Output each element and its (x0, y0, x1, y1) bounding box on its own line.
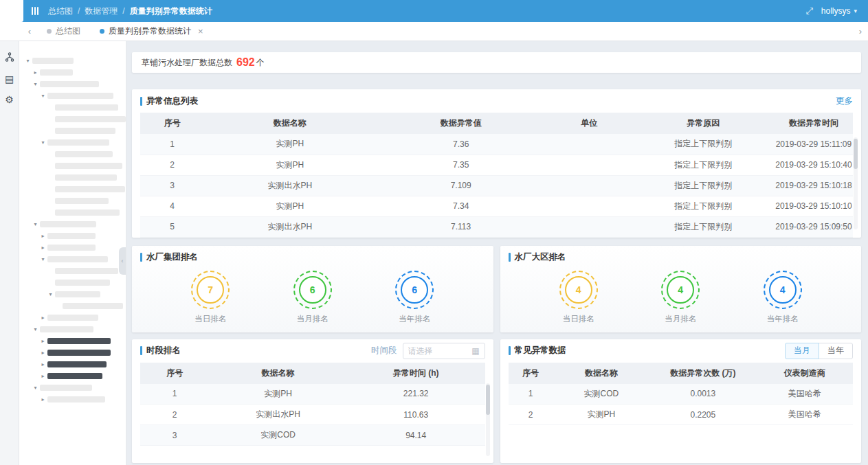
flow-tree-icon[interactable] (5, 52, 14, 63)
icon-rail: ▤ ⚙ (0, 41, 19, 465)
tree-item[interactable]: ▾ (19, 90, 126, 102)
more-link[interactable]: 更多 (836, 95, 853, 107)
rank-value: 4 (667, 276, 694, 304)
tab-scroll-right-icon[interactable]: › (853, 26, 868, 36)
tab-status-dot (100, 29, 104, 34)
tree-item[interactable]: ▸ (19, 394, 126, 405)
chevron-right-icon[interactable]: ▸ (38, 396, 47, 402)
main-content: 草铺污水处理厂数据总数 692 个 异常信息列表 更多 序号数据名称数据异常值单… (126, 41, 868, 465)
column-header: 数据异常值 (375, 113, 546, 134)
tree-item[interactable] (19, 195, 126, 207)
tree-item[interactable]: ▸ (19, 370, 126, 382)
redacted-tree-label (55, 104, 118, 111)
breadcrumb-item[interactable]: 质量判别异常数据统计 (130, 5, 212, 17)
document-list-icon[interactable]: ▤ (5, 74, 14, 84)
tree-item[interactable]: ▸ (19, 230, 126, 242)
chevron-right-icon[interactable]: ▸ (38, 245, 47, 251)
chevron-right-icon[interactable]: ▸ (38, 373, 47, 379)
redacted-tree-label (55, 163, 122, 169)
chevron-right-icon[interactable]: ▸ (38, 350, 47, 356)
chevron-down-icon[interactable]: ▾ (38, 139, 47, 146)
tree-item[interactable]: ▾ (19, 218, 126, 230)
chevron-down-icon[interactable]: ▾ (23, 58, 32, 64)
calendar-icon[interactable]: ▦ (471, 346, 479, 356)
table-cell: 2 (140, 405, 209, 425)
tree-item[interactable] (19, 125, 126, 137)
tab-scroll-left-icon[interactable]: ‹ (22, 26, 37, 36)
tree-item[interactable] (19, 300, 126, 312)
tab-item[interactable]: 总结图 (37, 22, 90, 41)
tree-item[interactable] (19, 172, 126, 183)
table-cell: 5 (140, 216, 204, 237)
date-picker[interactable]: ▦ (403, 343, 485, 359)
tree-item[interactable]: ▸ (19, 67, 126, 78)
breadcrumb-item[interactable]: 数据管理 (85, 5, 118, 17)
chevron-down-icon[interactable]: ▾ (31, 326, 40, 332)
rank-circle-outer: 4 (661, 271, 700, 309)
table-cell: 7.36 (375, 134, 546, 155)
redacted-tree-label (55, 209, 120, 216)
table-row: 1实测PH7.36指定上下限判别2019-03-29 15:11:09 (140, 134, 853, 155)
tree-item[interactable] (19, 207, 126, 218)
chevron-right-icon[interactable]: ▸ (38, 361, 47, 367)
tree-item[interactable]: ▾ (19, 78, 126, 90)
date-input[interactable] (408, 346, 472, 356)
scrollbar-thumb[interactable] (854, 139, 858, 169)
tree-item[interactable] (19, 113, 126, 125)
user-menu[interactable]: hollysys ▾ (821, 6, 857, 16)
tree-item[interactable] (19, 183, 126, 195)
tree-item[interactable]: ▸ (19, 335, 126, 347)
redacted-tree-label (47, 396, 105, 402)
tree-item[interactable]: ▸ (19, 242, 126, 253)
table-cell (546, 155, 632, 175)
tree-item[interactable]: ▸ (19, 359, 126, 370)
redacted-tree-label (63, 303, 123, 309)
year-button[interactable]: 当年 (819, 343, 853, 359)
table-cell: 指定上下限判别 (632, 196, 775, 216)
tree-item[interactable]: ▸ (19, 312, 126, 324)
tree-item[interactable]: ▸ (19, 347, 126, 359)
scrollbar-track[interactable] (486, 383, 490, 456)
menu-toggle-icon[interactable] (32, 7, 38, 15)
tree-item[interactable] (19, 265, 126, 277)
chevron-down-icon[interactable]: ▾ (38, 93, 47, 99)
tab-close-icon[interactable]: × (198, 26, 203, 36)
tree-item[interactable] (19, 148, 126, 160)
scrollbar-track[interactable] (854, 137, 858, 229)
rank-item: 7当日排名 (191, 271, 230, 324)
summary-label: 草铺污水处理厂数据总数 (142, 57, 232, 69)
topbar: 总结图/数据管理/质量判别异常数据统计 ⤢ hollysys ▾ (0, 0, 868, 22)
chevron-down-icon[interactable]: ▾ (38, 256, 47, 262)
tree-item[interactable] (19, 102, 126, 113)
settings-gear-icon[interactable]: ⚙ (5, 95, 14, 104)
chevron-down-icon[interactable]: ▾ (31, 81, 40, 87)
tree-item[interactable]: ▾ (19, 324, 126, 335)
chevron-right-icon[interactable]: ▸ (38, 315, 47, 321)
tab-active[interactable]: 质量判别异常数据统计× (90, 22, 213, 41)
chevron-down-icon[interactable]: ▾ (31, 221, 40, 227)
table-row: 1实测PH221.32 (140, 384, 485, 405)
tree-item[interactable]: ▾ (19, 382, 126, 394)
tree-item[interactable]: ▾ (19, 55, 126, 67)
redacted-tree-label (47, 139, 109, 146)
scrollbar-thumb[interactable] (486, 385, 490, 415)
tree-item[interactable] (19, 277, 126, 288)
tree-list: ▾▸▾▾▾▾▸▸▾▾▸▾▸▸▸▸▾▸ (19, 55, 126, 405)
tree-item[interactable]: ▾ (19, 288, 126, 300)
chevron-right-icon[interactable]: ▸ (38, 233, 47, 239)
chevron-right-icon[interactable]: ▸ (38, 338, 47, 344)
chevron-down-icon[interactable]: ▾ (31, 385, 40, 391)
chevron-down-icon[interactable]: ▾ (46, 291, 55, 297)
tree-item[interactable] (19, 160, 126, 172)
breadcrumb-item[interactable]: 总结图 (48, 5, 73, 17)
column-header: 仪表制造商 (757, 363, 853, 384)
fullscreen-icon[interactable]: ⤢ (805, 5, 812, 16)
tree-item[interactable]: ▾ (19, 137, 126, 148)
page-body: ▤ ⚙ ▾▸▾▾▾▾▸▸▾▾▸▾▸▸▸▸▾▸ ‹ 草铺污水处理厂数据总数 692… (0, 41, 868, 465)
chevron-right-icon[interactable]: ▸ (31, 69, 40, 76)
month-button[interactable]: 当月 (785, 343, 819, 359)
sidebar-collapse-handle[interactable]: ‹ (119, 247, 126, 275)
tree-item[interactable]: ▾ (19, 253, 126, 265)
column-header: 数据异常次数 (万) (649, 363, 756, 384)
rank-item: 4当日排名 (559, 271, 598, 324)
